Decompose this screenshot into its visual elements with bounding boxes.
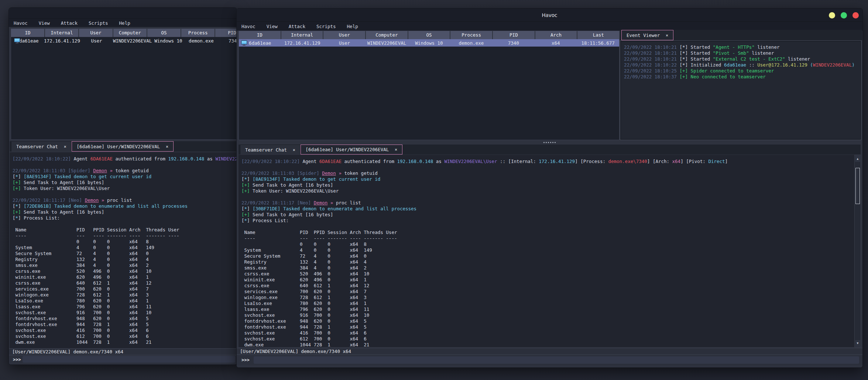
process-list-line: LsaIso.exe 780 620 0 x64 1	[241, 301, 854, 306]
close-icon[interactable]: ✕	[166, 144, 168, 149]
command-input[interactable]	[254, 356, 859, 364]
titlebar[interactable]	[9, 8, 237, 19]
menu-item-attack[interactable]: Attack	[289, 24, 305, 29]
terminal-scrollbar[interactable]: ▲ ▼	[854, 155, 861, 347]
terminal-tabbar: Teamserver Chat✕[6da61eae] User/WINDEV22…	[239, 145, 861, 155]
cell-pid: 7340	[493, 40, 535, 46]
column-header-computer[interactable]: Computer	[366, 31, 408, 39]
column-header-id[interactable]: ID	[239, 31, 281, 39]
process-list-line: fontdrvhost.exe 948 620 0 x64 5	[13, 316, 237, 322]
cell-internal: 172.16.41.129	[281, 40, 323, 46]
close-icon[interactable]: ✕	[293, 147, 295, 152]
process-list-line: dwm.exe 1044 728 1 x64 21	[241, 342, 854, 347]
process-list-line: smss.exe 384 4 0 x64 2	[13, 262, 237, 268]
tab-label: [6da61eae] User/WINDEV2206EVAL	[77, 144, 160, 149]
titlebar[interactable]: Havoc	[237, 9, 862, 22]
minimize-button[interactable]	[829, 12, 835, 18]
column-header-process[interactable]: Process	[450, 31, 493, 39]
terminal-line: [*] [8AE9134F] Tasked demon to get curre…	[13, 174, 237, 180]
process-list-line: wininit.exe 620 496 0 x64 1	[241, 277, 854, 283]
dock-splitter[interactable]	[237, 140, 862, 144]
process-list-line: lsass.exe 796 620 0 x64 11	[241, 306, 854, 312]
menu-item-help[interactable]: Help	[347, 24, 358, 29]
menu-item-havoc[interactable]: Havoc	[241, 24, 255, 29]
process-list-line: winlogon.exe 728 612 1 x64 3	[241, 295, 854, 301]
close-icon[interactable]: ✕	[64, 144, 66, 149]
cell-last: 18:11:56.677	[577, 40, 619, 46]
command-input[interactable]	[23, 356, 235, 363]
column-header-process[interactable]: Process	[181, 29, 215, 37]
computer-icon	[241, 40, 247, 46]
column-header-pid[interactable]: PID	[215, 29, 237, 37]
scroll-down-button[interactable]: ▼	[855, 340, 860, 346]
column-header-arch[interactable]: Arch	[535, 31, 578, 39]
process-list-line: svchost.exe 612 700 0 x64 6	[241, 336, 854, 342]
command-input-row: >>>	[9, 355, 237, 364]
havoc-window-background: HavocViewAttackScriptsHelp IDInternalUse…	[8, 7, 237, 365]
terminal-line: [*] [8AE9134F] Tasked demon to get curre…	[241, 176, 854, 182]
column-header-user[interactable]: User	[79, 29, 113, 37]
terminal-line: [22/09/2022 18:10:22] Agent 6DA61EAE aut…	[13, 156, 237, 162]
scrollbar-thumb[interactable]	[855, 168, 860, 204]
terminal-line	[241, 194, 854, 200]
menu-item-help[interactable]: Help	[119, 20, 130, 26]
terminal-line: 22/09/2022 18:11:03 [Spider] Demon » tok…	[13, 168, 237, 174]
menu-item-scripts[interactable]: Scripts	[89, 20, 108, 26]
tab-label: Teamserver Chat	[245, 147, 287, 153]
computer-icon	[14, 38, 20, 44]
tab-teamserver-chat[interactable]: Teamserver Chat✕	[240, 145, 301, 155]
cell-pid: 7340	[218, 38, 237, 44]
terminal-line: [22/09/2022 18:10:22] Agent 6DA61EAE aut…	[241, 159, 854, 164]
column-header-last[interactable]: Last	[577, 31, 619, 39]
tab-6da61eae-user-windev2206eval[interactable]: [6da61eae] User/WINDEV2206EVAL✕	[301, 145, 402, 155]
terminal-line: 22/09/2022 18:11:17 [Neo] Demon » proc l…	[241, 200, 854, 206]
column-header-internal[interactable]: Internal	[45, 29, 79, 37]
session-row[interactable]: 6da61eae172.16.41.129UserWINDEV2206EVALW…	[239, 39, 619, 47]
tab-event-viewer[interactable]: Event Viewer ✕	[621, 30, 673, 40]
session-row[interactable]: 6da61eae172.16.41.129UserWINDEV2206EVALW…	[11, 37, 237, 44]
terminal-line: [+] Token User: WINDEV2206EVAL\User	[13, 186, 237, 191]
process-list-line: csrss.exe 520 496 0 x64 10	[241, 271, 854, 277]
column-header-os[interactable]: OS	[147, 29, 181, 37]
event-viewer-panel: Event Viewer ✕ 22/09/2022 18:10:21 [*] S…	[620, 30, 862, 140]
menu-item-havoc[interactable]: Havoc	[14, 20, 28, 26]
terminal-line: [*] [72DE861B] Tasked demon to enumerate…	[13, 203, 237, 209]
cell-arch: x64	[535, 40, 577, 46]
column-header-computer[interactable]: Computer	[113, 29, 147, 37]
column-header-pid[interactable]: PID	[493, 31, 535, 39]
event-log: 22/09/2022 18:10:21 [*] Started "Agent -…	[620, 40, 861, 140]
terminal-line: 22/09/2022 18:11:17 [Neo] Demon » proc l…	[13, 197, 237, 203]
process-list-line: csrss.exe 520 496 0 x64 10	[13, 268, 237, 274]
session-table: IDInternalUserComputerOSProcessPIDArchLa…	[11, 28, 237, 140]
process-list-line: Registry 132 4 0 x64 4	[13, 257, 237, 262]
process-list-line: svchost.exe 612 700 0 x64 6	[13, 333, 237, 339]
close-icon[interactable]: ✕	[666, 33, 668, 38]
menu-item-attack[interactable]: Attack	[61, 20, 78, 26]
process-list-line: svchost.exe 916 700 0 x64 10	[13, 310, 237, 316]
event-log-line: 22/09/2022 18:10:21 [*] Started "Agent -…	[624, 44, 861, 50]
close-button[interactable]	[852, 12, 859, 18]
process-list-line: ---- --- ---- ------- ---- ------- ----	[241, 235, 854, 241]
column-header-user[interactable]: User	[323, 31, 366, 39]
process-list-line: LsaIso.exe 780 620 0 x64 1	[13, 298, 237, 304]
maximize-button[interactable]	[841, 12, 847, 18]
menu-item-view[interactable]: View	[267, 24, 278, 29]
tab-label: Teamserver Chat	[16, 144, 58, 149]
menu-item-view[interactable]: View	[39, 20, 50, 26]
scroll-up-button[interactable]: ▲	[855, 156, 860, 162]
menu-item-scripts[interactable]: Scripts	[316, 24, 336, 29]
tab-teamserver-chat[interactable]: Teamserver Chat✕	[11, 141, 72, 152]
process-list-line: fontdrvhost.exe 944 728 1 x64 5	[13, 322, 237, 328]
process-list-line: Secure System 72 4 0 x64 0	[241, 253, 854, 259]
terminal-line: [+] Send Task to Agent [16 bytes]	[13, 180, 237, 186]
tab-6da61eae-user-windev2206eval[interactable]: [6da61eae] User/WINDEV2206EVAL✕	[72, 141, 174, 152]
close-icon[interactable]: ✕	[395, 147, 397, 152]
process-list-line: svchost.exe 916 700 0 x64 10	[241, 312, 854, 318]
column-header-internal[interactable]: Internal	[281, 31, 324, 39]
column-header-id[interactable]: ID	[11, 29, 45, 37]
column-header-os[interactable]: OS	[408, 31, 451, 39]
process-list-line: System 4 0 0 x64 149	[13, 245, 237, 251]
tab-label: [6da61eae] User/WINDEV2206EVAL	[306, 147, 389, 152]
process-list-line: Secure System 72 4 0 x64 0	[13, 251, 237, 257]
menubar: HavocViewAttackScriptsHelp	[237, 22, 862, 31]
